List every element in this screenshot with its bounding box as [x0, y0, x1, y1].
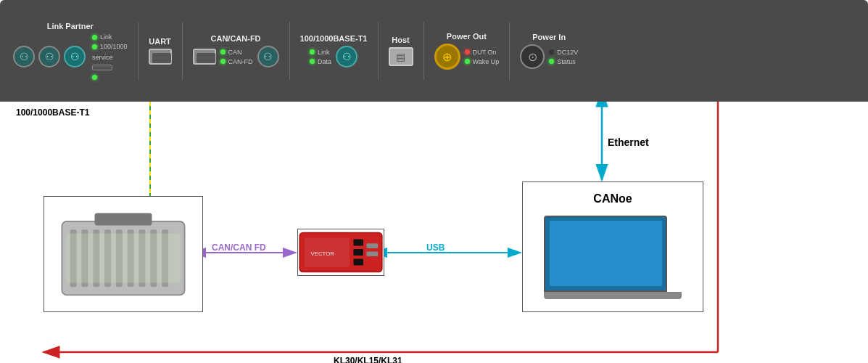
uart-label: UART: [149, 37, 171, 46]
vn-svg: VECTOR: [298, 229, 384, 275]
link-partner-section: Link Partner Link 100/1000 service: [13, 22, 128, 80]
can-label: CAN/CAN-FD: [211, 34, 261, 43]
can-connector-db9: [193, 49, 216, 65]
power-out-connector: [434, 44, 460, 70]
can-section: CAN/CAN-FD CAN CAN-FD: [193, 34, 279, 68]
base-t1-diagram-label: 100/1000BASE-T1: [16, 107, 89, 118]
t1-data-led: [310, 59, 315, 64]
sep3: [289, 22, 290, 80]
dut-on-led: [465, 49, 470, 54]
sep4: [378, 22, 379, 80]
vn-device-image: VECTOR: [301, 232, 381, 272]
service-label: service: [92, 54, 128, 61]
can-leds: CAN CAN-FD: [220, 49, 253, 65]
link-led-label: Link: [100, 33, 112, 41]
power-in-section: Power In DC12V Status: [520, 33, 578, 69]
status-label: Status: [557, 58, 576, 65]
can-led: [220, 49, 226, 54]
laptop-screen-inner: [550, 221, 662, 286]
link-led: [92, 35, 97, 40]
host-section: Host: [389, 36, 413, 66]
link-partner-label: Link Partner: [47, 22, 94, 30]
laptop-visual: [544, 216, 682, 299]
ethernet-label: Ethernet: [608, 136, 649, 148]
uart-connector: [149, 49, 172, 65]
sep1: [138, 22, 139, 80]
canfd-led: [220, 59, 226, 64]
sep6: [509, 22, 510, 80]
ecu-box: [44, 196, 203, 312]
power-out-label: Power Out: [447, 32, 487, 41]
dc12v-led: [549, 49, 554, 54]
link-partner-conn1: [13, 46, 35, 68]
power-out-section: Power Out DUT On Wake Up: [434, 32, 500, 70]
can-conn-round: [257, 46, 279, 68]
power-in-leds: DC12V Status: [549, 49, 578, 65]
canoe-label: CANoe: [593, 192, 632, 205]
laptop-screen: [544, 216, 667, 292]
wake-up-led: [465, 59, 470, 64]
host-connector: [389, 47, 413, 66]
connection-diagram: 100/1000BASE-T1: [0, 102, 868, 363]
device-panel: Link Partner Link 100/1000 service UART …: [0, 0, 868, 102]
canfd-led-label: CAN-FD: [228, 58, 253, 65]
laptop-base: [544, 292, 682, 299]
t1-data-label: Data: [318, 58, 331, 65]
link-partner-conn3: [64, 46, 86, 68]
uart-section: UART: [149, 37, 172, 65]
svg-text:VECTOR: VECTOR: [310, 250, 334, 257]
usb-arrow-label: USB: [426, 242, 445, 253]
svg-rect-22: [353, 258, 363, 265]
t1-link-led: [310, 49, 315, 54]
kl-arrow-label: KL30/KL15/KL31: [334, 356, 402, 363]
svg-rect-21: [353, 249, 363, 256]
dut-on-label: DUT On: [473, 49, 497, 56]
ecu-svg: [44, 197, 202, 311]
service-led: [92, 75, 97, 80]
dc12v-label: DC12V: [557, 49, 578, 56]
vn-device-box: VECTOR: [297, 229, 384, 276]
svg-rect-17: [66, 234, 181, 283]
service-port: [92, 65, 112, 70]
host-label: Host: [392, 36, 409, 44]
speed-led-label: 100/1000: [100, 43, 128, 50]
ecu-image: [44, 197, 202, 311]
status-led: [549, 59, 554, 64]
can-led-label: CAN: [228, 49, 242, 56]
svg-rect-24: [366, 251, 378, 256]
link-partner-conn2: [38, 46, 60, 68]
can-arrow-label: CAN/CAN FD: [212, 242, 266, 253]
wake-up-label: Wake Up: [473, 58, 500, 65]
svg-rect-20: [353, 240, 363, 246]
canoe-box: CANoe: [522, 182, 703, 312]
twisted-wire: [149, 102, 151, 200]
base-t1-section: 100/1000BASE-T1 Link Data: [300, 34, 368, 68]
link-partner-leds: Link 100/1000: [92, 33, 128, 50]
base-t1-label: 100/1000BASE-T1: [300, 34, 368, 43]
sep2: [182, 22, 183, 80]
svg-rect-23: [366, 243, 378, 248]
svg-rect-16: [95, 213, 152, 226]
sep5: [423, 22, 424, 80]
base-t1-connector: [336, 46, 357, 68]
t1-link-label: Link: [318, 49, 330, 56]
power-in-connector: [520, 44, 545, 69]
speed-led: [92, 44, 97, 49]
power-in-label: Power In: [532, 33, 566, 41]
power-out-leds: DUT On Wake Up: [465, 49, 500, 65]
base-t1-leds: Link Data: [310, 49, 331, 65]
